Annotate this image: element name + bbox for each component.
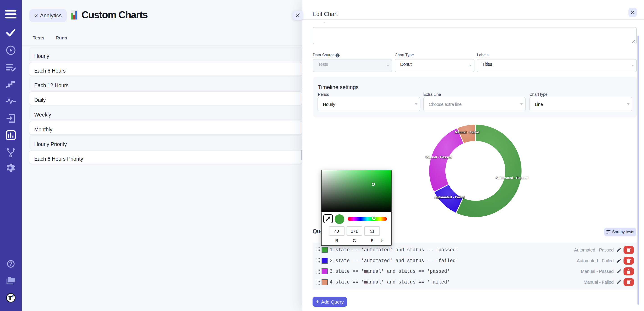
svg-text:?: ? [337,54,338,57]
